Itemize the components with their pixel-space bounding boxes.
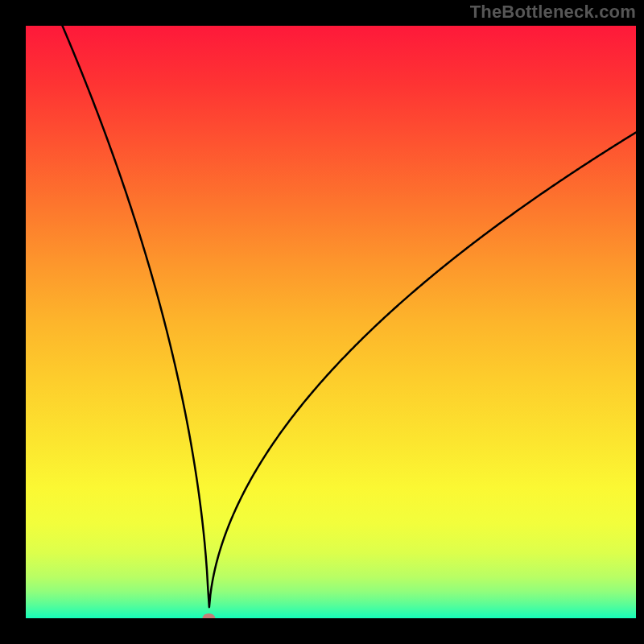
svg-rect-1 xyxy=(26,26,636,618)
bottleneck-chart xyxy=(0,0,644,644)
chart-stage: TheBottleneck.com xyxy=(0,0,644,644)
svg-rect-3 xyxy=(0,0,26,644)
watermark-text: TheBottleneck.com xyxy=(470,2,636,23)
svg-rect-6 xyxy=(0,618,644,644)
svg-rect-4 xyxy=(636,0,644,644)
